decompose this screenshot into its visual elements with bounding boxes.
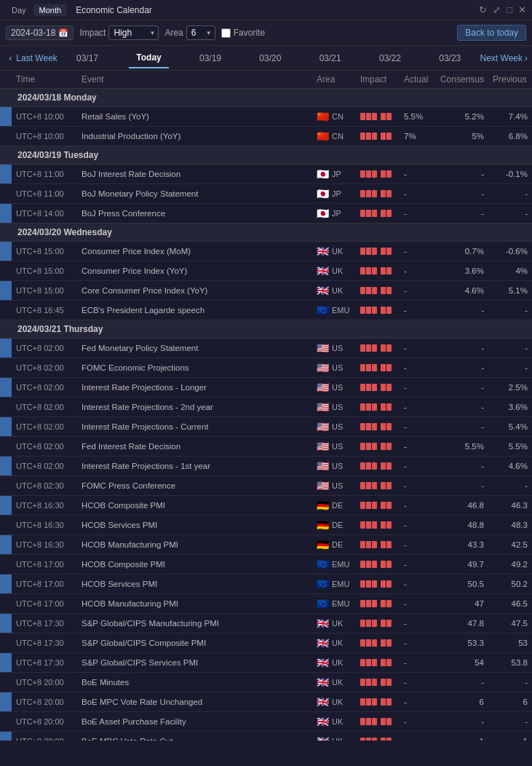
date-input-wrap[interactable]: 2024-03-18 📅 (6, 25, 74, 40)
day-header-label: 2024/03/19 Tuesday (12, 146, 532, 165)
impact-select[interactable]: HighMediumLow (108, 25, 159, 40)
table-row[interactable]: UTC+8 02:00Fed Interest Rate Decision🇺🇸U… (0, 437, 532, 457)
impact-bars-wrap (360, 170, 395, 178)
nav-prev-label[interactable]: Last Week (16, 53, 57, 63)
event-area: 🇬🇧UK (312, 673, 356, 692)
area-code: JP (332, 209, 341, 218)
event-actual: - (400, 614, 436, 633)
event-time: UTC+8 02:00 (12, 358, 77, 378)
table-row[interactable]: UTC+8 10:00Industrial Production (YoY)🇨🇳… (0, 127, 532, 146)
event-previous: 48.3 (488, 516, 532, 535)
calendar-scroll-area[interactable]: Time Event Area Impact Actual Consensus … (0, 71, 532, 741)
tab-month[interactable]: Month (33, 4, 68, 16)
titlebar-tabs: Day Month (6, 4, 67, 16)
table-row[interactable]: UTC+8 16:30HCOB Manufacturing PMI🇩🇪DE-43… (0, 535, 532, 555)
table-row[interactable]: UTC+8 11:00BoJ Monetary Policy Statement… (0, 184, 532, 204)
table-row[interactable]: UTC+8 02:00Interest Rate Projections - L… (0, 378, 532, 398)
table-row[interactable]: UTC+8 17:00HCOB Services PMI🇪🇺EMU-50.550… (0, 574, 532, 594)
event-name: Fed Monetary Policy Statement (77, 339, 312, 358)
table-row[interactable]: UTC+8 17:00HCOB Composite PMI🇪🇺EMU-49.74… (0, 555, 532, 574)
th-actual: Actual (400, 71, 436, 89)
table-row[interactable]: UTC+8 20:00BoE Minutes🇬🇧UK--- (0, 673, 532, 692)
event-impact (356, 378, 400, 398)
event-area: 🇨🇳CN (312, 127, 356, 146)
flag-icon: 🇬🇧 (317, 245, 329, 257)
row-indicator (0, 594, 12, 614)
event-actual: - (400, 712, 436, 732)
event-area: 🇩🇪DE (312, 496, 356, 516)
nav-date-0321[interactable]: 03/21 (312, 49, 349, 68)
event-name: HCOB Composite PMI (77, 496, 312, 516)
event-name: BoE Minutes (77, 673, 312, 692)
event-previous: -0.1% (488, 165, 532, 184)
table-row[interactable]: UTC+8 16:45ECB's President Lagarde speec… (0, 301, 532, 320)
th-area: Area (312, 71, 356, 89)
flag-icon: 🇪🇺 (317, 598, 329, 609)
flag-icon: 🇪🇺 (317, 558, 329, 570)
table-row[interactable]: UTC+8 02:00Interest Rate Projections - C… (0, 417, 532, 437)
table-row[interactable]: UTC+8 02:00Interest Rate Projections - 2… (0, 398, 532, 417)
event-impact (356, 457, 400, 476)
event-previous: - (488, 339, 532, 358)
event-actual: - (400, 653, 436, 673)
table-row[interactable]: UTC+8 02:00FOMC Economic Projections🇺🇸US… (0, 358, 532, 378)
nav-date-0317[interactable]: 03/17 (69, 49, 106, 68)
area-select[interactable]: 6All (186, 25, 215, 40)
table-row[interactable]: UTC+8 17:30S&P Global/CIPS Composite PMI… (0, 633, 532, 653)
nav-date-0320[interactable]: 03/20 (252, 49, 288, 68)
flag-icon: 🇬🇧 (317, 696, 329, 708)
pin-icon[interactable]: □ (507, 4, 512, 15)
table-row[interactable]: UTC+8 15:00Consumer Price Index (MoM)🇬🇧U… (0, 242, 532, 261)
event-impact (356, 535, 400, 555)
nav-next-label[interactable]: Next Week › (480, 53, 528, 63)
refresh-icon[interactable]: ↻ (479, 4, 487, 15)
event-impact (356, 417, 400, 437)
table-row[interactable]: UTC+8 10:00Retail Sales (YoY)🇨🇳CN5.5%5.2… (0, 107, 532, 127)
close-icon[interactable]: ✕ (518, 4, 526, 15)
nav-date-today[interactable]: Today (129, 48, 168, 68)
table-row[interactable]: UTC+8 20:00BoE MPC Vote Rate Unchanged🇬🇧… (0, 692, 532, 712)
event-area: 🇪🇺EMU (312, 574, 356, 594)
table-row[interactable]: UTC+8 16:30HCOB Composite PMI🇩🇪DE-46.846… (0, 496, 532, 516)
event-actual: - (400, 398, 436, 417)
event-previous: 6.8% (488, 127, 532, 146)
event-previous: - (488, 204, 532, 224)
nav-date-0323[interactable]: 03/23 (432, 49, 468, 68)
table-row[interactable]: UTC+8 20:00BoE Asset Purchase Facility🇬🇧… (0, 712, 532, 732)
table-row[interactable]: UTC+8 17:30S&P Global/CIPS Manufacturing… (0, 614, 532, 633)
table-row[interactable]: UTC+8 02:00Interest Rate Projections - 1… (0, 457, 532, 476)
row-indicator (0, 127, 12, 146)
tab-day[interactable]: Day (6, 4, 32, 16)
table-row[interactable]: UTC+8 02:30FOMC Press Conference🇺🇸US--- (0, 476, 532, 496)
nav-date-0319[interactable]: 03/19 (192, 49, 229, 68)
event-previous: - (488, 712, 532, 732)
event-area: 🇨🇳CN (312, 107, 356, 127)
event-consensus: 1 (436, 732, 488, 741)
th-impact: Impact (356, 71, 400, 89)
table-row[interactable]: UTC+8 11:00BoJ Interest Rate Decision🇯🇵J… (0, 165, 532, 184)
row-indicator (0, 457, 12, 476)
event-name: BoE MPC Vote Rate Unchanged (77, 692, 312, 712)
table-row[interactable]: UTC+8 16:30HCOB Services PMI🇩🇪DE-48.848.… (0, 516, 532, 535)
area-code: UK (332, 286, 343, 295)
back-today-button[interactable]: Back to today (457, 25, 526, 41)
table-row[interactable]: UTC+8 02:00Fed Monetary Policy Statement… (0, 339, 532, 358)
flag-icon: 🇯🇵 (317, 188, 329, 200)
event-actual: - (400, 165, 436, 184)
table-row[interactable]: UTC+8 17:00HCOB Manufacturing PMI🇪🇺EMU-4… (0, 594, 532, 614)
nav-date-0322[interactable]: 03/22 (372, 49, 408, 68)
event-area: 🇬🇧UK (312, 261, 356, 281)
table-row[interactable]: UTC+8 14:00BoJ Press Conference🇯🇵JP--- (0, 204, 532, 224)
nav-prev-arrow[interactable]: ‹ (4, 50, 16, 66)
event-previous: 6 (488, 692, 532, 712)
favorite-checkbox[interactable] (221, 28, 231, 38)
event-name: BoJ Monetary Policy Statement (77, 184, 312, 204)
expand-icon[interactable]: ⤢ (493, 4, 501, 15)
table-row[interactable]: UTC+8 17:30S&P Global/CIPS Services PMI🇬… (0, 653, 532, 673)
table-row[interactable]: UTC+8 15:00Core Consumer Price Index (Yo… (0, 281, 532, 301)
flag-icon: 🇬🇧 (317, 676, 329, 688)
event-name: HCOB Manufacturing PMI (77, 535, 312, 555)
th-event: Event (77, 71, 312, 89)
table-row[interactable]: UTC+8 20:00BoE MPC Vote Rate Cut🇬🇧UK-11 (0, 732, 532, 741)
table-row[interactable]: UTC+8 15:00Consumer Price Index (YoY)🇬🇧U… (0, 261, 532, 281)
